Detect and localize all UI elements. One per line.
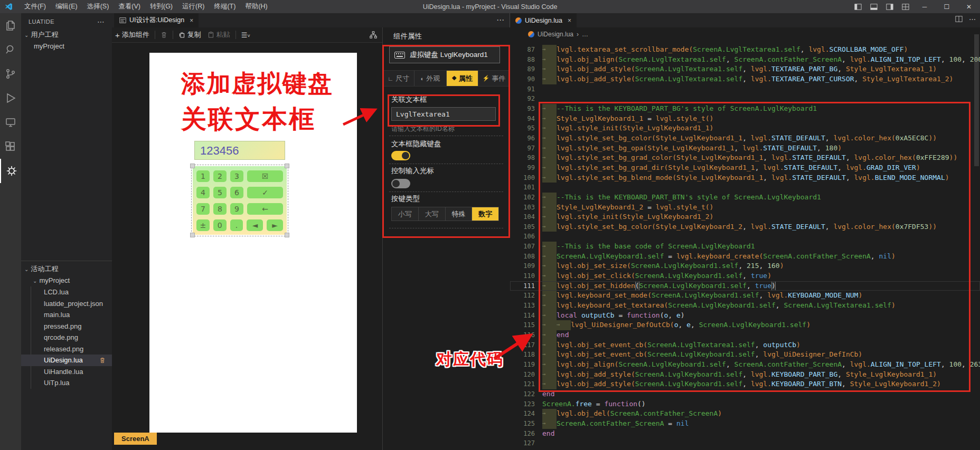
key-button[interactable]: 7 xyxy=(196,203,210,215)
code-line[interactable]: 97→lvgl.style_set_bg_opa(Style_LvglKeybo… xyxy=(510,143,980,154)
section-user-project[interactable]: ⌄用户工程 xyxy=(21,29,112,41)
tab-uidesign-lua[interactable]: UiDesign.lua × xyxy=(510,13,577,27)
code-line[interactable]: 114→local outputCb = function(o, e) xyxy=(510,311,980,321)
code-line[interactable]: 122end xyxy=(510,389,980,399)
code-line[interactable]: 96→lvgl.style_set_bg_color(Style_LvglKey… xyxy=(510,133,980,143)
key-button[interactable]: ± xyxy=(196,219,210,231)
component-list-button[interactable]: ☰˅ xyxy=(241,31,250,39)
hide-keyboard-toggle[interactable] xyxy=(391,151,410,160)
key-button[interactable]: ☒ xyxy=(247,170,283,182)
key-button[interactable]: 1 xyxy=(196,170,210,182)
resize-handle[interactable] xyxy=(190,233,195,237)
code-line[interactable]: 105→lvgl.style_set_bg_color(Style_LvglKe… xyxy=(510,222,980,232)
key-type-option[interactable]: 小写 xyxy=(392,207,419,221)
designer-group-more-icon[interactable]: ⋯ xyxy=(496,15,504,25)
code-line[interactable]: 113→lvgl.keyboard_set_textarea(ScreenA.L… xyxy=(510,301,980,311)
key-button[interactable]: ► xyxy=(267,219,283,231)
code-line[interactable]: 91 xyxy=(510,84,980,94)
code-line[interactable]: 120→lvgl.obj_add_style(ScreenA.LvglKeybo… xyxy=(510,370,980,380)
code-line[interactable]: 123ScreenA.free = function() xyxy=(510,399,980,409)
key-button[interactable]: ✓ xyxy=(247,187,283,198)
link-textarea-input[interactable] xyxy=(391,107,496,121)
breadcrumb-file[interactable]: UiDesign.lua xyxy=(538,31,573,38)
properties-tab-外观[interactable]: ◐外观 xyxy=(414,71,446,86)
scrollbar-thumb[interactable] xyxy=(974,34,979,166)
code-line[interactable]: 93→--This is the KEYBOARD_PART_BG's styl… xyxy=(510,104,980,114)
lvgl-textarea-widget[interactable]: 123456 xyxy=(194,141,285,160)
code-area[interactable]: 87→lvgl.textarea_set_scrollbar_mode(Scre… xyxy=(510,45,980,450)
code-line[interactable]: 88→lvgl.obj_align(ScreenA.LvglTextarea1.… xyxy=(510,55,980,65)
file-item[interactable]: main.lua xyxy=(21,309,112,321)
key-type-option[interactable]: 数字 xyxy=(472,207,498,221)
code-line[interactable]: 112→lvgl.keyboard_set_mode(ScreenA.LvglK… xyxy=(510,291,980,301)
code-line[interactable]: 121→lvgl.obj_add_style(ScreenA.LvglKeybo… xyxy=(510,379,980,389)
copy-button[interactable]: 复制 xyxy=(178,30,201,40)
file-item[interactable]: UiTp.lua xyxy=(21,377,112,389)
breadcrumb[interactable]: UiDesign.lua › … xyxy=(528,31,588,38)
code-line[interactable]: 94→Style_LvglKeyboard1_1 = lvgl.style_t(… xyxy=(510,114,980,124)
code-line[interactable]: 89→lvgl.obj_add_style(ScreenA.LvglTextar… xyxy=(510,64,980,74)
code-line[interactable]: 119→lvgl.obj_align(ScreenA.LvglKeyboard1… xyxy=(510,360,980,370)
file-item[interactable]: luatide_project.json xyxy=(21,298,112,310)
key-type-option[interactable]: 特殊 xyxy=(446,207,473,221)
toggle-panel-icon[interactable] xyxy=(866,0,882,13)
code-line[interactable]: 98→lvgl.style_set_bg_grad_color(Style_Lv… xyxy=(510,153,980,163)
minimize-button[interactable]: ─ xyxy=(913,0,936,13)
file-item[interactable]: pressed.png xyxy=(21,321,112,332)
menu-item[interactable]: 运行(R) xyxy=(177,0,209,13)
key-button[interactable]: ← xyxy=(247,203,283,215)
key-button[interactable]: 6 xyxy=(230,187,243,198)
code-line[interactable]: 104→lvgl.style_init(Style_LvglKeyboard1_… xyxy=(510,212,980,222)
tree-item-active-myproject[interactable]: ⌄myProject xyxy=(21,275,112,286)
close-button[interactable]: ✕ xyxy=(958,0,980,13)
code-line[interactable]: 117→lvgl.obj_set_event_cb(ScreenA.LvglTe… xyxy=(510,340,980,350)
menu-item[interactable]: 转到(G) xyxy=(145,0,177,13)
properties-tab-尺寸[interactable]: ∟尺寸 xyxy=(383,71,414,86)
search-icon[interactable] xyxy=(0,37,21,62)
code-line[interactable]: 100→lvgl.style_set_bg_blend_mode(Style_L… xyxy=(510,173,980,183)
code-line[interactable]: 108→ScreenA.LvglKeyboard1.self = lvgl.ke… xyxy=(510,252,980,262)
code-line[interactable]: 106 xyxy=(510,232,980,242)
key-button[interactable]: . xyxy=(230,219,243,231)
maximize-button[interactable]: ☐ xyxy=(936,0,958,13)
code-line[interactable]: 116→end xyxy=(510,330,980,340)
file-item[interactable]: UiDesign.lua xyxy=(21,355,112,366)
extensions-icon[interactable] xyxy=(0,135,21,159)
key-button[interactable]: 3 xyxy=(230,170,243,182)
resize-handle[interactable] xyxy=(285,164,289,168)
key-button[interactable]: ◄ xyxy=(247,219,263,231)
delete-component-button[interactable] xyxy=(161,31,167,39)
menu-item[interactable]: 编辑(E) xyxy=(51,0,82,13)
more-actions-icon[interactable]: ⋯ xyxy=(969,15,976,24)
code-line[interactable]: 87→lvgl.textarea_set_scrollbar_mode(Scre… xyxy=(510,45,980,55)
breadcrumb-more[interactable]: … xyxy=(582,31,588,38)
run-debug-icon[interactable] xyxy=(0,86,21,110)
resize-handle[interactable] xyxy=(285,233,289,237)
key-button[interactable]: 5 xyxy=(213,187,227,198)
remote-explorer-icon[interactable] xyxy=(0,110,21,135)
menu-item[interactable]: 文件(F) xyxy=(20,0,51,13)
menu-item[interactable]: 查看(V) xyxy=(114,0,145,13)
code-line[interactable]: 115→→lvgl_UiDesigner_DefOutCb(o, e, Scre… xyxy=(510,320,980,330)
resize-handle[interactable] xyxy=(190,164,195,168)
file-item[interactable]: LCD.lua xyxy=(21,286,112,298)
code-line[interactable]: 110→lvgl.obj_set_click(ScreenA.LvglKeybo… xyxy=(510,271,980,281)
paste-button[interactable]: 粘贴 xyxy=(208,30,230,40)
file-item[interactable]: qrcode.png xyxy=(21,332,112,343)
key-button[interactable]: 4 xyxy=(196,187,210,198)
tree-item-myproject[interactable]: myProject xyxy=(21,41,112,52)
code-line[interactable]: 118→lvgl.obj_set_event_cb(ScreenA.LvglKe… xyxy=(510,350,980,360)
code-line[interactable]: 125→ScreenA.contFather_ScreenA = nil xyxy=(510,419,980,429)
luatide-extension-icon[interactable] xyxy=(0,159,22,183)
key-button[interactable]: 2 xyxy=(213,170,227,182)
customize-layout-icon[interactable] xyxy=(898,0,913,13)
code-line[interactable]: 101 xyxy=(510,183,980,193)
key-type-option[interactable]: 大写 xyxy=(419,207,446,221)
menu-item[interactable]: 终端(T) xyxy=(209,0,240,13)
properties-tab-事件[interactable]: ⚡事件 xyxy=(478,71,510,86)
toggle-sidebar-icon[interactable] xyxy=(850,0,866,13)
close-icon[interactable]: × xyxy=(568,17,571,24)
close-icon[interactable]: × xyxy=(190,17,193,24)
tab-ui-designer[interactable]: UI设计器:UiDesign × xyxy=(114,13,199,27)
properties-tab-属性[interactable]: ❖属性 xyxy=(447,71,478,86)
